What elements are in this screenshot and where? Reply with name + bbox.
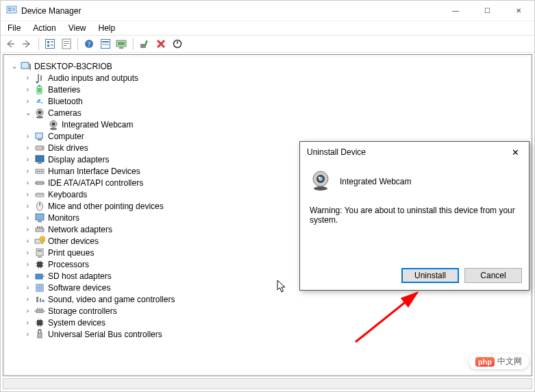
menubar: File Action View Help <box>1 21 534 35</box>
expand-icon[interactable]: › <box>24 97 32 105</box>
svg-point-32 <box>41 102 42 103</box>
tree-root[interactable]: ⌄ DESKTOP-B3CRIOB <box>10 60 530 72</box>
tree-category[interactable]: › Computer <box>24 130 530 142</box>
svg-point-35 <box>36 116 43 118</box>
svg-rect-27 <box>29 64 31 70</box>
svg-rect-54 <box>40 194 41 195</box>
expand-icon[interactable]: › <box>24 144 32 151</box>
svg-point-96 <box>314 186 327 191</box>
category-icon <box>34 329 45 340</box>
svg-point-64 <box>42 229 43 230</box>
menu-help[interactable]: Help <box>97 22 117 34</box>
separator <box>38 38 39 50</box>
expand-icon[interactable]: › <box>24 202 32 210</box>
category-icon <box>34 271 45 282</box>
minimize-button[interactable]: — <box>440 1 471 21</box>
toolbar: ? <box>1 35 534 53</box>
expand-icon[interactable]: › <box>24 260 32 268</box>
svg-rect-70 <box>38 250 42 252</box>
tree-category[interactable]: ⌄ Cameras <box>24 107 530 119</box>
maximize-button[interactable]: ☐ <box>471 1 503 21</box>
category-icon <box>34 247 45 258</box>
tree-category[interactable]: › Storage controllers <box>24 305 530 317</box>
svg-rect-22 <box>119 47 123 49</box>
dialog-close-button[interactable]: ✕ <box>501 142 529 162</box>
show-hide-tree-button[interactable] <box>42 36 58 51</box>
svg-rect-9 <box>51 41 53 42</box>
expand-icon[interactable]: › <box>24 132 32 140</box>
scan-button[interactable] <box>114 36 129 51</box>
svg-rect-30 <box>38 85 40 86</box>
expand-icon[interactable]: › <box>24 330 32 338</box>
svg-rect-46 <box>37 171 38 172</box>
svg-rect-79 <box>40 267 41 269</box>
svg-rect-2 <box>8 10 11 11</box>
tree-category[interactable]: › Bluetooth <box>24 95 530 107</box>
expand-icon[interactable]: › <box>24 307 32 315</box>
expand-icon[interactable]: › <box>24 191 32 198</box>
uninstall-dialog: Uninstall Device ✕ Integrated Webcam War… <box>299 141 530 291</box>
expand-icon[interactable]: › <box>24 319 32 326</box>
svg-rect-44 <box>38 162 42 164</box>
svg-rect-50 <box>36 193 44 197</box>
tree-category[interactable]: › System devices <box>24 317 530 328</box>
svg-rect-55 <box>42 194 42 195</box>
svg-rect-87 <box>38 319 39 320</box>
svg-rect-19 <box>102 44 109 45</box>
svg-rect-6 <box>46 40 55 49</box>
collapse-icon[interactable]: ⌄ <box>24 109 32 117</box>
cancel-button[interactable]: Cancel <box>464 268 522 283</box>
expand-icon[interactable]: › <box>24 272 32 280</box>
window-title: Device Manager <box>21 6 81 16</box>
category-icon <box>34 294 45 305</box>
close-button[interactable]: ✕ <box>503 1 534 21</box>
expand-icon[interactable]: › <box>24 237 32 245</box>
expand-icon[interactable]: › <box>24 179 32 186</box>
watermark-brand: php <box>475 357 495 367</box>
category-label: Batteries <box>48 85 80 95</box>
expand-icon[interactable]: › <box>24 249 32 256</box>
svg-rect-61 <box>37 226 38 228</box>
back-button[interactable] <box>3 36 18 51</box>
forward-button[interactable] <box>20 36 35 51</box>
svg-rect-4 <box>8 43 14 45</box>
expand-icon[interactable]: › <box>24 214 32 221</box>
disable-button[interactable] <box>170 36 185 51</box>
expand-icon[interactable]: › <box>24 225 32 233</box>
category-icon <box>34 201 45 212</box>
spacer <box>38 121 45 128</box>
svg-point-34 <box>38 110 42 114</box>
tree-category[interactable]: › Universal Serial Bus controllers <box>24 328 530 340</box>
tree-category[interactable]: › Batteries <box>24 84 530 95</box>
svg-rect-14 <box>64 45 67 46</box>
category-icon <box>34 282 45 293</box>
expand-icon[interactable]: › <box>24 74 32 82</box>
category-label: Human Interface Devices <box>48 167 140 176</box>
uninstall-button[interactable] <box>153 36 169 51</box>
category-label: IDE ATA/ATAPI controllers <box>48 178 143 188</box>
help-button[interactable]: ? <box>82 36 97 51</box>
svg-text:?: ? <box>88 40 91 48</box>
category-label: Display adapters <box>48 155 109 164</box>
collapse-icon[interactable]: ⌄ <box>10 62 18 70</box>
expand-icon[interactable]: › <box>24 284 32 291</box>
expand-icon[interactable]: › <box>24 86 32 93</box>
menu-file[interactable]: File <box>6 22 22 34</box>
uninstall-confirm-button[interactable]: Uninstall <box>401 268 459 283</box>
expand-icon[interactable]: › <box>24 156 32 163</box>
svg-rect-77 <box>40 260 41 262</box>
tree-category[interactable]: › Sound, video and game controllers <box>24 293 530 305</box>
expand-icon[interactable]: › <box>24 167 32 175</box>
menu-view[interactable]: View <box>67 22 88 34</box>
tree-category[interactable]: › Audio inputs and outputs <box>24 72 530 84</box>
webcam-icon <box>310 169 332 193</box>
category-label: Universal Serial Bus controllers <box>48 330 162 339</box>
menu-action[interactable]: Action <box>32 22 57 34</box>
tree-device[interactable]: Integrated Webcam <box>38 119 530 130</box>
expand-icon[interactable]: › <box>24 295 32 303</box>
svg-rect-12 <box>64 41 69 42</box>
show-hidden-button[interactable] <box>98 36 113 51</box>
properties-button[interactable] <box>59 36 74 51</box>
update-driver-button[interactable] <box>137 36 152 51</box>
category-label: System devices <box>48 318 105 328</box>
